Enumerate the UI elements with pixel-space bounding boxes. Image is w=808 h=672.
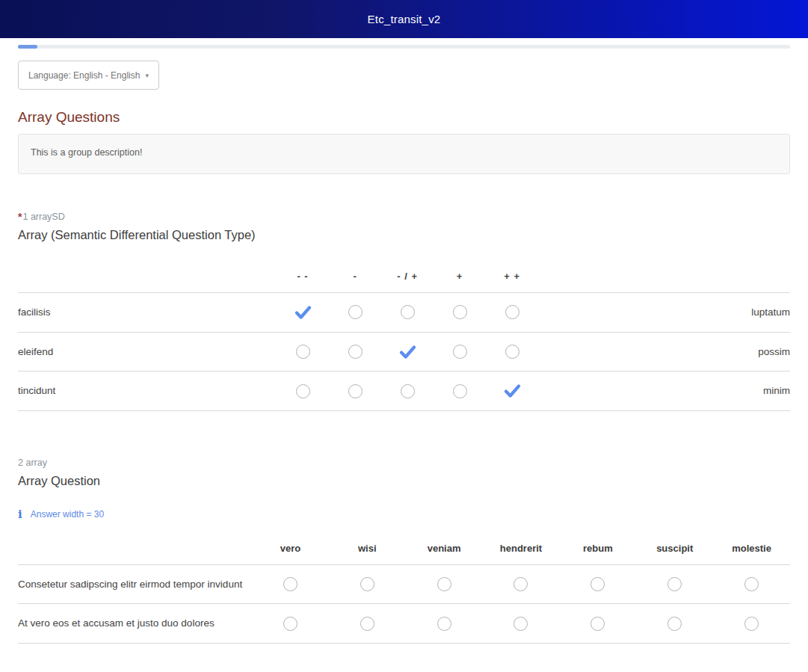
- answer-cell: [559, 604, 636, 644]
- question-2-title: Array Question: [18, 474, 790, 488]
- corner-cell: [18, 265, 277, 293]
- answer-cell: [381, 332, 434, 372]
- row-label-left: tincidunt: [18, 372, 277, 411]
- radio-button[interactable]: [437, 577, 451, 591]
- radio-button[interactable]: [505, 305, 519, 319]
- radio-button[interactable]: [437, 617, 451, 631]
- answer-cell: [252, 604, 329, 644]
- column-header-row: verowisiveniamhendreritrebumsuscipitmole…: [18, 537, 790, 565]
- group-description-text: This is a group description!: [31, 147, 142, 158]
- radio-button[interactable]: [453, 384, 467, 398]
- radio-button[interactable]: [360, 577, 374, 591]
- column-header: +: [434, 265, 486, 293]
- question-1-title: Array (Semantic Differential Question Ty…: [18, 228, 790, 242]
- answer-cell: [381, 372, 434, 411]
- answer-cell: [486, 332, 538, 372]
- answer-cell: [329, 372, 381, 411]
- answer-cell: [486, 372, 538, 411]
- radio-button[interactable]: [283, 577, 297, 591]
- radio-button[interactable]: [296, 384, 310, 398]
- progress-bar-fill: [18, 45, 37, 49]
- radio-button[interactable]: [453, 305, 467, 319]
- answer-cell: [329, 293, 381, 333]
- column-header: veniam: [406, 537, 483, 565]
- check-icon[interactable]: [294, 306, 312, 319]
- group-title: Array Questions: [18, 109, 790, 126]
- column-header: hendrerit: [483, 537, 560, 565]
- column-header: molestie: [713, 537, 790, 565]
- radio-button[interactable]: [401, 384, 415, 398]
- language-dropdown[interactable]: Language: English - English ▾: [18, 61, 159, 90]
- radio-button[interactable]: [667, 577, 682, 591]
- content-container: Language: English - English ▾ Array Ques…: [0, 45, 808, 652]
- answer-cell: [406, 604, 483, 644]
- answer-cell: [636, 604, 713, 644]
- radio-button[interactable]: [514, 577, 528, 591]
- question-2-table-host: verowisiveniamhendreritrebumsuscipitmole…: [18, 537, 790, 644]
- question-2-tip: i Answer width = 30: [18, 509, 790, 520]
- survey-header: Etc_transit_v2: [0, 0, 808, 38]
- answer-cell: [559, 564, 636, 604]
- table-row: facilisisluptatum: [18, 293, 790, 333]
- question-2-tip-text: Answer width = 30: [31, 509, 104, 520]
- radio-button[interactable]: [348, 305, 363, 319]
- survey-page: Etc_transit_v2 Language: English - Engli…: [0, 0, 808, 672]
- radio-button[interactable]: [401, 305, 415, 319]
- answer-cell: [277, 332, 329, 372]
- radio-button[interactable]: [667, 617, 682, 631]
- row-label-left: facilisis: [18, 293, 277, 333]
- answer-cell: [381, 293, 434, 333]
- radio-button[interactable]: [348, 384, 363, 398]
- answer-cell: [434, 372, 486, 411]
- question-2: 2 array Array Question i Answer width = …: [18, 457, 790, 644]
- radio-button[interactable]: [283, 617, 297, 631]
- corner-cell-right: [538, 265, 790, 293]
- question-2-code: 2 array: [18, 457, 790, 468]
- survey-title: Etc_transit_v2: [368, 13, 441, 25]
- check-icon[interactable]: [504, 384, 521, 398]
- answer-cell: [329, 564, 406, 604]
- column-header: - -: [277, 265, 329, 293]
- radio-button[interactable]: [505, 345, 519, 359]
- info-icon: i: [18, 509, 22, 520]
- array-table-question-2: verowisiveniamhendreritrebumsuscipitmole…: [18, 537, 790, 644]
- array-table-question-1: - --- / +++ +facilisisluptatumeleifendpo…: [18, 265, 790, 411]
- answer-cell: [277, 293, 329, 333]
- row-label-left: eleifend: [18, 332, 277, 372]
- radio-button[interactable]: [744, 617, 759, 631]
- answer-cell: [406, 564, 483, 604]
- row-label-right: luptatum: [538, 293, 790, 333]
- answer-cell: [434, 332, 486, 372]
- question-1-code: *1 arraySD: [18, 212, 790, 222]
- bottom-spacer: [18, 644, 790, 652]
- check-icon[interactable]: [399, 345, 416, 359]
- radio-button[interactable]: [514, 617, 528, 631]
- row-label-right: minim: [538, 372, 790, 411]
- question-2-code-text: 2 array: [18, 457, 47, 468]
- question-1: *1 arraySD Array (Semantic Differential …: [18, 212, 790, 411]
- table-row: tinciduntminim: [18, 372, 790, 411]
- column-header: suscipit: [636, 537, 713, 565]
- column-header: vero: [252, 537, 329, 565]
- table-row: eleifendpossim: [18, 332, 790, 372]
- progress-bar: [18, 45, 790, 49]
- radio-button[interactable]: [348, 345, 363, 359]
- answer-cell: [252, 564, 329, 604]
- group-description: This is a group description!: [18, 134, 790, 174]
- row-label-left: At vero eos et accusam et justo duo dolo…: [18, 604, 252, 644]
- radio-button[interactable]: [360, 617, 374, 631]
- column-header: + +: [486, 265, 538, 293]
- language-dropdown-label: Language: English - English: [28, 70, 140, 81]
- answer-cell: [434, 293, 486, 333]
- radio-button[interactable]: [744, 577, 759, 591]
- row-label-left: Consetetur sadipscing elitr eirmod tempo…: [18, 564, 252, 604]
- answer-cell: [329, 604, 406, 644]
- row-label-right: possim: [538, 332, 790, 372]
- column-header: rebum: [559, 537, 636, 565]
- radio-button[interactable]: [453, 345, 467, 359]
- radio-button[interactable]: [590, 617, 605, 631]
- radio-button[interactable]: [590, 577, 605, 591]
- answer-cell: [277, 372, 329, 411]
- radio-button[interactable]: [296, 345, 310, 359]
- answer-cell: [713, 564, 790, 604]
